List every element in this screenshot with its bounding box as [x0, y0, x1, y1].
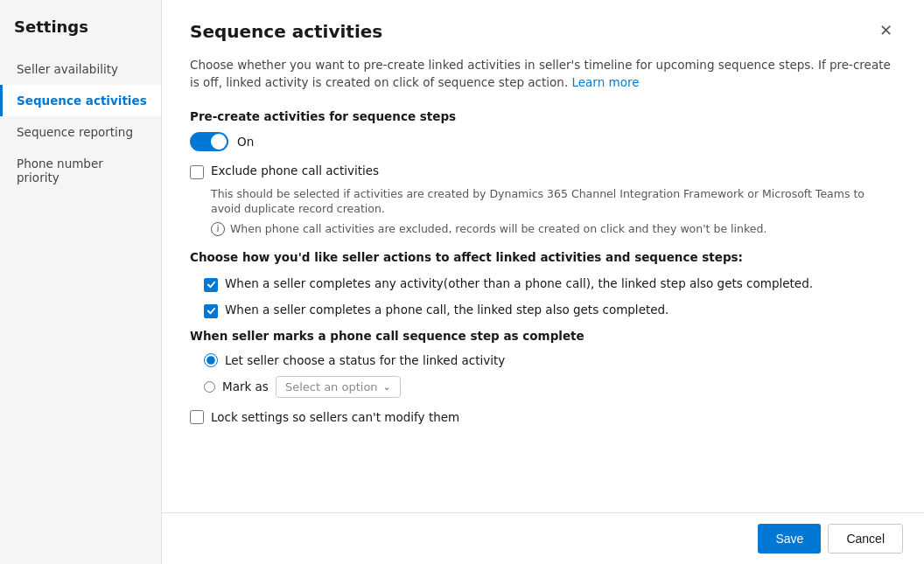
chevron-down-icon: ⌄ — [383, 381, 391, 393]
sidebar-title: Settings — [0, 17, 161, 53]
close-button[interactable]: ✕ — [876, 21, 896, 40]
exclude-sub-note: This should be selected if activities ar… — [211, 186, 896, 217]
select-placeholder: Select an option — [285, 380, 378, 393]
radio1-row: Let seller choose a status for the linke… — [204, 353, 896, 367]
footer: Save Cancel — [162, 512, 924, 564]
sidebar: Settings Seller availability Sequence ac… — [0, 0, 162, 564]
lock-row: Lock settings so sellers can't modify th… — [190, 410, 896, 424]
toggle-row: On — [190, 132, 896, 151]
sidebar-item-seller-availability[interactable]: Seller availability — [0, 53, 161, 85]
main-panel: Sequence activities ✕ Choose whether you… — [162, 0, 924, 564]
mark-as-row: Mark as Select an option ⌄ — [204, 376, 896, 398]
panel-title: Sequence activities — [190, 21, 382, 42]
bold-question: Choose how you'd like seller actions to … — [190, 250, 896, 264]
radio1-input[interactable] — [204, 353, 218, 367]
radio1-label[interactable]: Let seller choose a status for the linke… — [225, 353, 505, 367]
phone-section-label: When seller marks a phone call sequence … — [190, 329, 896, 343]
sidebar-item-sequence-activities[interactable]: Sequence activities — [0, 85, 161, 116]
mark-as-dropdown[interactable]: Select an option ⌄ — [276, 376, 401, 398]
learn-more-link[interactable]: Learn more — [571, 75, 639, 89]
radio2-input[interactable] — [204, 381, 215, 393]
exclude-phone-label[interactable]: Exclude phone call activities — [211, 164, 379, 178]
info-icon: i — [211, 222, 225, 236]
pre-create-toggle[interactable] — [190, 132, 228, 151]
panel-description: Choose whether you want to pre-create li… — [190, 56, 896, 92]
exclude-checkbox-row: Exclude phone call activities — [190, 164, 896, 179]
save-button[interactable]: Save — [758, 524, 821, 554]
lock-settings-label[interactable]: Lock settings so sellers can't modify th… — [211, 410, 459, 424]
info-text: When phone call activities are excluded,… — [230, 222, 766, 235]
mark-as-label[interactable]: Mark as — [222, 379, 269, 393]
check1-row: When a seller completes any activity(oth… — [204, 276, 896, 292]
cancel-button[interactable]: Cancel — [828, 524, 903, 554]
sidebar-item-sequence-reporting[interactable]: Sequence reporting — [0, 116, 161, 148]
info-row: i When phone call activities are exclude… — [211, 222, 896, 236]
toggle-knob — [211, 134, 227, 150]
check2-row: When a seller completes a phone call, th… — [204, 303, 896, 318]
pre-create-label: Pre-create activities for sequence steps — [190, 109, 896, 123]
check2-label: When a seller completes a phone call, th… — [225, 303, 668, 317]
lock-settings-checkbox[interactable] — [190, 410, 204, 424]
toggle-label: On — [237, 135, 254, 149]
panel-header: Sequence activities ✕ — [190, 21, 896, 42]
check1-checkbox[interactable] — [204, 278, 218, 292]
exclude-phone-checkbox[interactable] — [190, 165, 204, 179]
check2-checkbox[interactable] — [204, 304, 218, 318]
sidebar-item-phone-number-priority[interactable]: Phone number priority — [0, 148, 161, 193]
check1-label: When a seller completes any activity(oth… — [225, 276, 813, 290]
